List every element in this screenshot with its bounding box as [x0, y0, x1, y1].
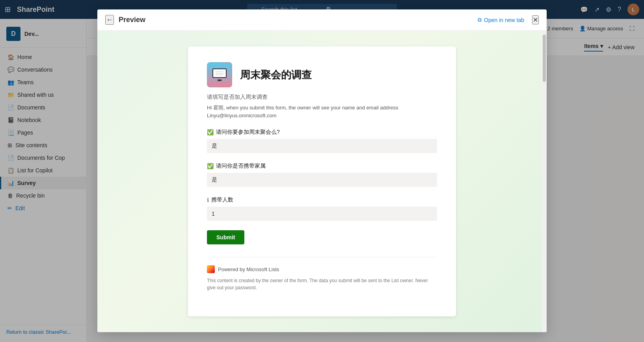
form-question-1: ✅ 请问你要参加周末聚会么?: [207, 129, 437, 153]
ms-lists-icon: [207, 265, 215, 273]
form-question-1-label: ✅ 请问你要参加周末聚会么?: [207, 129, 437, 136]
form-question-2: ✅ 请问你是否携带家属: [207, 163, 437, 187]
form-submit-button[interactable]: Submit: [207, 230, 244, 244]
open-in-new-tab-button[interactable]: ⧉ Open in new tab: [478, 17, 524, 23]
info-icon: ℹ: [207, 197, 209, 203]
modal-back-button[interactable]: ←: [105, 15, 114, 25]
modal-header: ← Preview ⧉ Open in new tab ✕: [97, 9, 547, 31]
form-question-3-label: ℹ 携带人数: [207, 196, 437, 203]
form-icon: [207, 62, 232, 87]
form-question-3-text: 携带人数: [211, 196, 233, 203]
form-icon-stand: [218, 79, 221, 81]
form-footer: Powered by Microsoft Lists This content …: [207, 257, 437, 291]
form-question-1-text: 请问你要参加周末聚会么?: [216, 129, 280, 136]
form-question-2-text: 请问你是否携带家属: [216, 163, 266, 170]
check-icon-1: ✅: [207, 129, 214, 135]
modal-close-button[interactable]: ✕: [532, 15, 539, 24]
preview-modal: ← Preview ⧉ Open in new tab ✕: [97, 9, 547, 332]
form-footer-brand-text: Powered by Microsoft Lists: [218, 266, 279, 272]
form-question-2-label: ✅ 请问你是否携带家属: [207, 163, 437, 170]
form-icon-inner: [208, 63, 231, 87]
form-input-3[interactable]: [207, 207, 437, 221]
check-icon-2: ✅: [207, 163, 214, 169]
form-info-email: Linyu@linyus.onmicrosoft.com: [207, 113, 276, 118]
modal-title: Preview: [119, 16, 473, 24]
modal-scrollbar[interactable]: [542, 31, 547, 332]
form-title: 周末聚会的调查: [240, 68, 312, 82]
form-info: Hi 霍雨, when you submit this form, the ow…: [207, 104, 437, 119]
modal-overlay: ← Preview ⧉ Open in new tab ✕: [0, 0, 644, 342]
form-line-3: [216, 74, 223, 75]
form-subtitle: 请填写是否加入周末调查: [207, 94, 437, 101]
form-line-1: [216, 71, 223, 72]
form-icon-lines: [216, 71, 223, 75]
form-card-header: 周末聚会的调查: [207, 62, 437, 87]
open-new-tab-icon: ⧉: [478, 17, 482, 23]
form-card: 周末聚会的调查 请填写是否加入周末调查 Hi 霍雨, when you subm…: [188, 46, 456, 316]
form-info-line1: Hi 霍雨, when you submit this form, the ow…: [207, 105, 398, 111]
modal-scrollbar-thumb: [543, 35, 546, 82]
form-input-1[interactable]: [207, 139, 437, 153]
open-new-tab-label: Open in new tab: [484, 17, 524, 23]
form-footer-disclaimer: This content is created by the owner of …: [207, 277, 437, 291]
form-footer-brand: Powered by Microsoft Lists: [207, 265, 437, 273]
form-input-2[interactable]: [207, 173, 437, 187]
modal-body: 周末聚会的调查 请填写是否加入周末调查 Hi 霍雨, when you subm…: [97, 31, 547, 332]
form-question-3: ℹ 携带人数: [207, 196, 437, 221]
form-line-2: [216, 73, 223, 74]
form-icon-screen: [212, 68, 227, 78]
